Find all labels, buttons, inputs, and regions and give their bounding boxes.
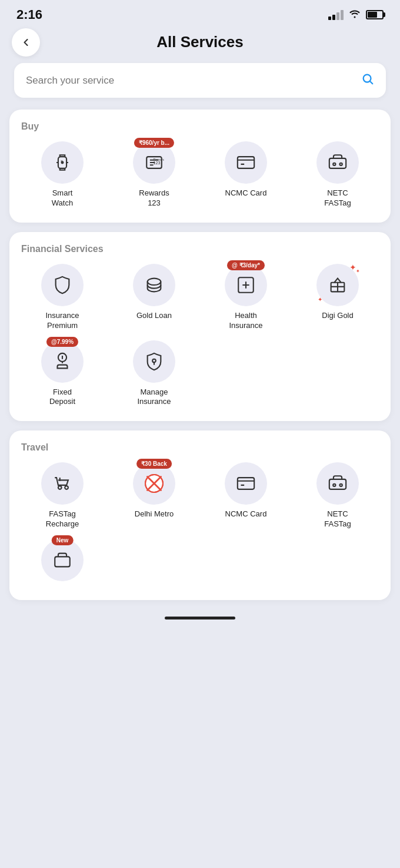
wifi-icon [348,9,361,21]
svg-point-24 [340,484,342,486]
digi-gold-icon: ✦ ✦ ✦ [316,264,359,306]
svg-rect-8 [329,158,346,168]
status-time: 2:16 [16,7,42,22]
status-bar: 2:16 [0,0,400,27]
gold-loan-icon [133,264,175,306]
travel-section: Travel FASTagRecharge ₹30 Back [9,430,391,600]
svg-point-9 [333,163,335,165]
service-ncmc-card[interactable]: NCMC Card [202,141,289,213]
service-health-insurance[interactable]: @ ₹3/day* HealthInsurance [202,264,289,336]
service-fixed-deposit[interactable]: @7.99% FixedDeposit [19,340,106,412]
gold-loan-label: Gold Loan [136,311,172,321]
battery-icon [366,10,384,19]
financial-grid: InsurancePremium Gold Loan @ ₹3/day* [19,264,381,412]
svg-point-10 [340,163,342,165]
service-rewards-123[interactable]: ₹960/yr b... Rewards 123 Rewards123 [111,141,198,213]
service-digi-gold[interactable]: ✦ ✦ ✦ Digi Gold [294,264,381,336]
service-delhi-metro[interactable]: ₹30 Back Delhi Metro [111,462,198,534]
buy-section-title: Buy [19,121,381,132]
netc-travel-label: NETCFASTag [324,509,351,529]
svg-point-14 [152,359,156,362]
travel-grid: FASTagRecharge ₹30 Back Delhi Metro [19,462,381,591]
svg-rect-7 [238,157,254,168]
ncmc-travel-icon [225,462,267,505]
page-title: All Services [156,33,243,51]
ncmc-label: NCMC Card [225,188,267,198]
digi-gold-label: Digi Gold [322,311,353,321]
service-netc-fastag-travel[interactable]: NETCFASTag [294,462,381,534]
fd-badge: @7.99% [46,337,78,347]
svg-point-11 [148,278,161,284]
netc-travel-icon [316,462,359,505]
new-badge: New [52,535,74,545]
travel-section-title: Travel [19,442,381,453]
netc-label: NETCFASTag [324,188,351,208]
health-label: HealthInsurance [229,311,262,331]
netc-icon [316,141,359,184]
fd-label: FixedDeposit [49,387,75,408]
search-box [14,63,386,98]
back-button[interactable] [12,28,40,57]
smart-watch-label: SmartWatch [52,188,73,208]
svg-rect-21 [238,478,254,489]
ncmc-travel-label: NCMC Card [225,509,267,519]
insurance-label: InsurancePremium [45,311,79,331]
rewards-badge: ₹960/yr b... [134,138,174,148]
buy-section: Buy ₹ SmartWatch ₹960/yr b... [9,110,391,223]
service-insurance-premium[interactable]: InsurancePremium [19,264,106,336]
insurance-icon [41,264,84,306]
svg-rect-25 [55,556,70,566]
svg-point-16 [65,486,68,490]
service-new-item[interactable]: New [19,539,106,591]
manage-insurance-icon [133,340,175,383]
svg-point-23 [333,484,335,486]
svg-text:₹: ₹ [61,160,63,164]
service-fastag-recharge[interactable]: FASTagRecharge [19,462,106,534]
search-icon[interactable] [361,72,374,88]
service-smart-watch[interactable]: ₹ SmartWatch [19,141,106,213]
service-manage-insurance[interactable]: ManageInsurance [111,340,198,412]
ncmc-icon [225,141,267,184]
buy-grid: ₹ SmartWatch ₹960/yr b... Rewards 123 Re… [19,141,381,213]
delhi-metro-badge: ₹30 Back [136,459,172,469]
header: All Services [0,27,400,63]
status-icons [328,9,384,21]
smart-watch-icon: ₹ [41,141,84,184]
service-gold-loan[interactable]: Gold Loan [111,264,198,336]
financial-section-title: Financial Services [19,244,381,254]
search-input[interactable] [26,75,361,87]
svg-rect-22 [329,479,346,489]
signal-icon [328,10,344,20]
service-ncmc-card-travel[interactable]: NCMC Card [202,462,289,534]
delhi-metro-label: Delhi Metro [135,509,174,519]
svg-point-15 [58,486,62,490]
financial-section: Financial Services InsurancePremium Gold… [9,232,391,422]
fastag-recharge-icon [41,462,84,505]
rewards-label: Rewards123 [139,188,169,208]
health-badge: @ ₹3/day* [227,260,265,270]
manage-insurance-label: ManageInsurance [137,387,171,408]
fastag-recharge-label: FASTagRecharge [46,509,79,529]
search-container [0,63,400,110]
service-netc-fastag[interactable]: NETCFASTag [294,141,381,213]
svg-text:123: 123 [154,161,161,165]
home-indicator [165,617,235,619]
